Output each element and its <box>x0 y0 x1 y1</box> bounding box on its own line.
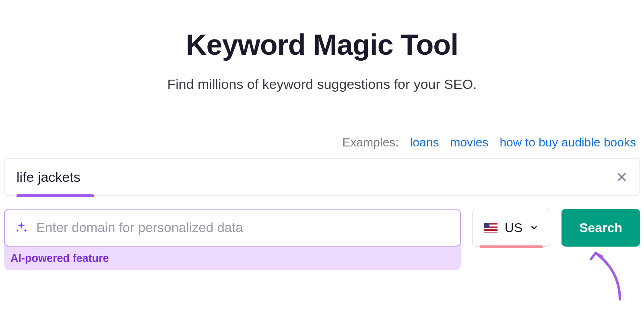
country-select[interactable]: US <box>472 209 550 247</box>
ai-feature-box: AI-powered feature <box>4 209 461 270</box>
highlight-underline <box>17 194 94 197</box>
page-subtitle: Find millions of keyword suggestions for… <box>4 76 640 92</box>
sparkle-icon <box>14 221 28 235</box>
highlight-underline <box>480 245 543 248</box>
domain-input-wrapper <box>4 209 461 247</box>
us-flag-icon <box>484 223 497 233</box>
domain-input[interactable] <box>36 220 450 235</box>
page-title: Keyword Magic Tool <box>4 28 640 61</box>
ai-powered-label: AI-powered feature <box>4 247 461 265</box>
example-link-audible[interactable]: how to buy audible books <box>500 136 636 149</box>
keyword-input[interactable] <box>17 169 616 185</box>
country-code: US <box>505 220 522 235</box>
example-link-movies[interactable]: movies <box>450 136 488 149</box>
examples-row: Examples: loans movies how to buy audibl… <box>4 136 640 149</box>
example-link-loans[interactable]: loans <box>410 136 439 149</box>
clear-icon[interactable] <box>616 171 627 183</box>
examples-label: Examples: <box>343 136 399 149</box>
keyword-input-wrapper <box>4 158 640 196</box>
chevron-down-icon <box>530 223 539 232</box>
search-button[interactable]: Search <box>561 209 640 247</box>
